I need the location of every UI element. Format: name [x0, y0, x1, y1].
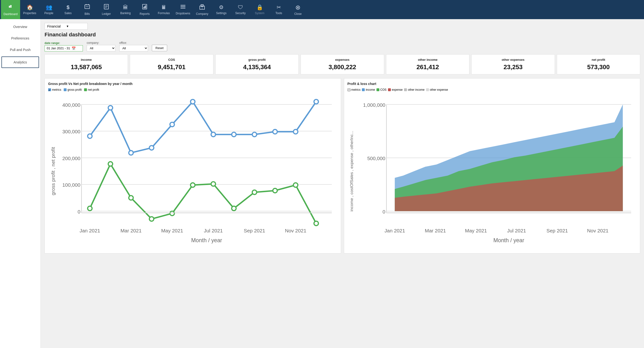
- app-body: Overview Preferences Pull and Push Analy…: [0, 19, 644, 348]
- sidebar-item-pullandpush[interactable]: Pull and Push: [0, 44, 40, 55]
- metric-expenses-value: 3,800,222: [303, 63, 381, 71]
- company-group: company: All: [87, 41, 116, 51]
- metric-income: income 13,587,065: [44, 54, 128, 74]
- nav-bills[interactable]: Bills: [78, 0, 97, 19]
- svg-text:300,000: 300,000: [62, 129, 80, 134]
- nav-dropdowns-label: Dropdowns: [176, 12, 190, 15]
- sidebar: Overview Preferences Pull and Push Analy…: [0, 19, 41, 348]
- svg-text:1,000,000: 1,000,000: [363, 102, 385, 108]
- svg-point-59: [273, 188, 277, 193]
- filter-row: date range: 01 Jan 2021 - 31 📅 company: …: [44, 41, 640, 51]
- svg-point-44: [211, 132, 216, 137]
- nav-settings[interactable]: ⚙ Settings: [212, 0, 231, 19]
- nav-sales-label: Sales: [64, 11, 72, 15]
- metrics-checkbox[interactable]: ✓: [48, 88, 51, 91]
- ledger-icon: [103, 3, 110, 11]
- svg-text:500,000: 500,000: [367, 156, 385, 161]
- date-range-value: 01 Jan 2021 - 31: [47, 46, 70, 50]
- banking-icon: 🏛: [123, 4, 128, 10]
- metric-net-profit-label: net profit: [560, 58, 638, 61]
- metric-net-profit: net profit 573,300: [557, 54, 640, 74]
- metric-other-expenses: other expenses 23,253: [471, 54, 555, 74]
- legend2-income: income: [362, 88, 375, 91]
- legend-metrics: ✓ metrics: [48, 88, 61, 91]
- nav-ledger-label: Ledger: [102, 12, 111, 15]
- legend-net-profit: net profit: [84, 88, 99, 91]
- nav-dashboard[interactable]: Dashboard: [1, 0, 20, 19]
- svg-text:Jul 2021: Jul 2021: [204, 228, 223, 233]
- metric-other-expenses-label: other expenses: [474, 58, 552, 61]
- svg-point-42: [170, 122, 174, 127]
- svg-text:0: 0: [78, 209, 80, 214]
- svg-point-50: [88, 206, 92, 211]
- legend2-other-expense-label: other expense: [430, 88, 448, 91]
- nav-reports[interactable]: Reports: [135, 0, 154, 19]
- nav-banking-label: Banking: [120, 11, 130, 15]
- nav-security[interactable]: 🛡 Security: [231, 0, 250, 19]
- nav-properties[interactable]: 🏠 Properties: [20, 0, 39, 19]
- sidebar-item-analytics[interactable]: Analytics: [2, 56, 39, 68]
- office-group: office: All: [119, 41, 148, 51]
- nav-company[interactable]: Company: [192, 0, 212, 19]
- svg-rect-14: [145, 5, 146, 8]
- svg-point-39: [108, 105, 113, 110]
- svg-text:Mar 2021: Mar 2021: [424, 228, 446, 233]
- metric-expenses: expenses 3,800,222: [300, 54, 384, 74]
- nav-system[interactable]: 🔒 System: [250, 0, 269, 19]
- office-select[interactable]: All: [119, 45, 148, 51]
- svg-text:Sep 2021: Sep 2021: [244, 228, 265, 233]
- sidebar-item-overview[interactable]: Overview: [0, 21, 40, 32]
- legend2-metrics-label: metrics: [351, 88, 361, 91]
- legend2-cos: COS: [376, 88, 386, 91]
- svg-point-52: [129, 196, 134, 200]
- date-range-input[interactable]: 01 Jan 2021 - 31 📅: [44, 45, 83, 51]
- svg-point-51: [108, 162, 113, 166]
- selector-value: Financial: [47, 24, 66, 28]
- sidebar-item-preferences[interactable]: Preferences: [0, 32, 40, 44]
- legend2-metrics: ☐ metrics: [348, 88, 361, 91]
- nav-people[interactable]: 👥 People: [39, 0, 58, 19]
- svg-point-43: [190, 100, 195, 104]
- legend2-cos-label: COS: [380, 88, 386, 91]
- company-select[interactable]: All: [87, 45, 116, 51]
- nav-sales[interactable]: $ Sales: [58, 0, 78, 19]
- metric-other-income-label: other income: [389, 58, 467, 61]
- people-icon: 👥: [46, 4, 52, 10]
- selector-chevron-icon: ▼: [66, 25, 85, 28]
- metric-gross-profit: gross profit 4,135,364: [215, 54, 299, 74]
- svg-text:Sep 2021: Sep 2021: [546, 228, 568, 233]
- nav-ledger[interactable]: Ledger: [97, 0, 116, 19]
- nav-close[interactable]: ⊗ Close: [288, 0, 308, 19]
- svg-point-61: [314, 221, 318, 226]
- metrics2-checkbox[interactable]: ☐: [348, 88, 350, 91]
- svg-point-48: [294, 129, 298, 134]
- svg-text:Jan 2021: Jan 2021: [384, 228, 405, 233]
- legend2-expense-label: expense: [392, 88, 402, 91]
- svg-point-60: [294, 183, 298, 187]
- metric-income-label: income: [47, 58, 125, 61]
- svg-point-46: [252, 132, 257, 137]
- svg-point-54: [170, 211, 174, 216]
- system-icon: 🔒: [256, 4, 263, 10]
- nav-tools[interactable]: ✂ Tools: [269, 0, 288, 19]
- svg-point-58: [252, 190, 257, 195]
- metric-gross-profit-label: gross profit: [218, 58, 296, 61]
- chart1-svg: gross profit , net profit 400,000 300,00…: [48, 93, 338, 249]
- svg-point-40: [129, 151, 134, 155]
- svg-point-45: [232, 132, 236, 137]
- svg-point-55: [190, 183, 195, 187]
- legend2-other-expense: other expense: [426, 88, 448, 91]
- dashboard-selector[interactable]: Financial ▼: [44, 23, 88, 30]
- metric-cos-value: 9,451,701: [132, 63, 210, 71]
- nav-formulas[interactable]: 🖩 Formulas: [154, 0, 174, 19]
- reports-icon: [142, 3, 148, 11]
- nav-dropdowns[interactable]: Dropdowns: [174, 0, 192, 19]
- reset-button[interactable]: Reset: [152, 45, 167, 51]
- metric-gross-profit-value: 4,135,364: [218, 63, 296, 71]
- metric-cos: COS 9,451,701: [130, 54, 213, 74]
- chart2-svg-wrap: income , costOfSales , expense , otherIn…: [348, 93, 637, 250]
- nav-bills-label: Bills: [84, 12, 90, 15]
- svg-point-41: [150, 145, 154, 150]
- svg-point-49: [314, 100, 318, 104]
- nav-banking[interactable]: 🏛 Banking: [116, 0, 135, 19]
